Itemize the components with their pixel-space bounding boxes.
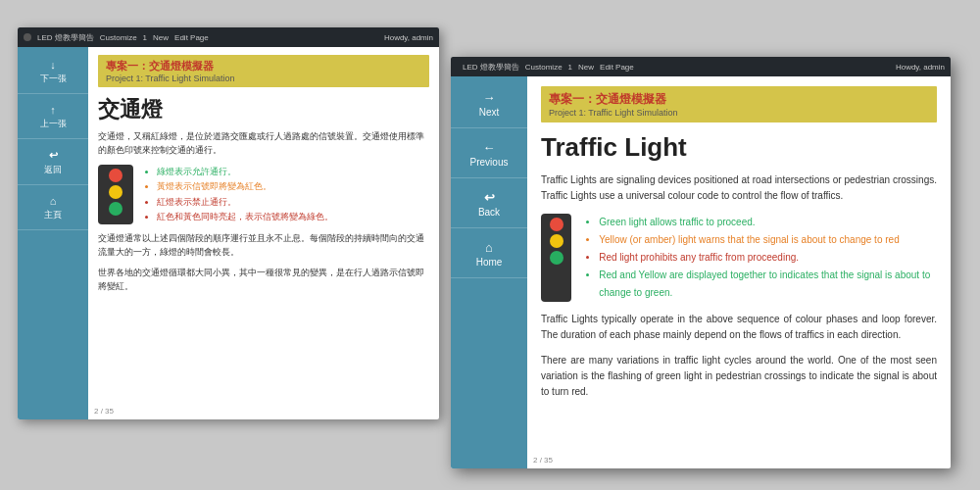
traffic-light-area-1: 綠燈表示允許通行。 黃燈表示信號即將變為紅色。 紅燈表示禁止通行。 紅色和黃色同… — [98, 165, 429, 224]
home-button-1[interactable]: ⌂ 主頁 — [18, 187, 88, 230]
traffic-light-1 — [98, 165, 133, 224]
wp-bar-admin-2: Howdy, admin — [896, 63, 945, 72]
green-light-2 — [550, 251, 564, 265]
bullet-redyellow-1: 紅色和黃色同時亮起，表示信號將變為綠色。 — [157, 210, 333, 224]
traffic-light-area-2: Green light allows traffic to proceed. Y… — [541, 214, 937, 302]
slide2-content: → Next ← Previous ↩ Back ⌂ Home 專案一：交通燈模… — [451, 76, 951, 468]
page-title-en: Traffic Light — [541, 132, 937, 163]
nav-sidebar-2: → Next ← Previous ↩ Back ⌂ Home — [451, 76, 527, 468]
page-title-zh: 交通燈 — [98, 95, 429, 124]
body-text-1c: 世界各地的交通燈循環都大同小異，其中一種很常見的變異，是在行人過路示信號即將變紅… — [98, 267, 429, 293]
wp-logo-1 — [24, 33, 31, 41]
wp-bar-customize-1: Customize — [100, 33, 137, 42]
project-title-zh: 專案一：交通燈模擬器 — [106, 59, 421, 74]
project-title-en: 專案一：交通燈模擬器 — [549, 91, 929, 108]
bullet-green-2: Green light allows traffic to proceed. — [599, 214, 937, 231]
next-label-1: 下一張 — [40, 73, 67, 85]
bullet-red-1: 紅燈表示禁止通行。 — [157, 195, 333, 210]
slide1-main: 專案一：交通燈模擬器 Project 1: Traffic Light Simu… — [88, 47, 439, 419]
bullet-list-2: Green light allows traffic to proceed. Y… — [583, 214, 937, 302]
project-subtitle-1: Project 1: Traffic Light Simulation — [106, 74, 421, 83]
slide2-main: 專案一：交通燈模擬器 Project 1: Traffic Light Simu… — [527, 76, 951, 468]
home-label-2: Home — [476, 257, 503, 268]
next-label-2: Next — [479, 107, 500, 118]
back-button-2[interactable]: ↩ Back — [451, 180, 527, 228]
home-button-2[interactable]: ⌂ Home — [451, 230, 527, 278]
prev-arrow-1: ↑ — [50, 104, 56, 116]
wp-bar-label-1: LED 燈教學簡告 — [37, 32, 94, 43]
home-arrow-1: ⌂ — [50, 195, 57, 207]
body-text-2b: Traffic Lights typically operate in the … — [541, 312, 937, 343]
wp-bar-count-1: 1 — [143, 33, 147, 42]
home-arrow-2: ⌂ — [485, 240, 493, 255]
bullet-yellow-1: 黃燈表示信號即將變為紅色。 — [157, 179, 333, 194]
next-button-1[interactable]: ↓ 下一張 — [18, 51, 88, 94]
wp-bar-edit-1: Edit Page — [174, 33, 209, 42]
wp-bar-edit-2: Edit Page — [600, 63, 634, 72]
back-arrow-1: ↩ — [49, 149, 58, 162]
traffic-light-2 — [541, 214, 571, 302]
project-header-2: 專案一：交通燈模擬器 Project 1: Traffic Light Simu… — [541, 86, 937, 122]
back-arrow-2: ↩ — [484, 190, 495, 205]
prev-label-2: Previous — [470, 157, 509, 168]
slide-english: LED 燈教學簡告 Customize 1 New Edit Page Howd… — [451, 57, 951, 468]
wp-admin-bar-1: LED 燈教學簡告 Customize 1 New Edit Page Howd… — [18, 27, 439, 47]
back-label-1: 返回 — [44, 164, 62, 176]
wp-bar-customize-2: Customize — [525, 63, 563, 72]
slide-chinese: LED 燈教學簡告 Customize 1 New Edit Page Howd… — [18, 27, 439, 419]
wp-bar-new-1: New — [153, 33, 169, 42]
slide1-content: ↓ 下一張 ↑ 上一張 ↩ 返回 ⌂ 主頁 專案一：交通燈模擬器 Project… — [18, 47, 439, 419]
bullet-red-2: Red light prohibits any traffic from pro… — [599, 249, 937, 267]
red-light-1 — [109, 169, 122, 182]
next-arrow-1: ↓ — [50, 59, 56, 71]
back-button-1[interactable]: ↩ 返回 — [18, 141, 88, 185]
wp-bar-label-2: LED 燈教學簡告 — [463, 62, 519, 73]
page-num-1: 2 / 35 — [94, 407, 114, 416]
bullet-green-1: 綠燈表示允許通行。 — [157, 165, 333, 179]
project-header-1: 專案一：交通燈模擬器 Project 1: Traffic Light Simu… — [98, 55, 429, 87]
red-light-2 — [550, 218, 564, 231]
prev-button-2[interactable]: ← Previous — [451, 130, 527, 178]
prev-label-1: 上一張 — [40, 118, 67, 130]
body-text-2a: Traffic Lights are signaling devices pos… — [541, 172, 937, 204]
body-text-1a: 交通燈，又稱紅綠燈，是位於道路交匯處或行人過路處的信號裝置。交通燈使用標準的顏色… — [98, 130, 429, 157]
project-subtitle-2: Project 1: Traffic Light Simulation — [549, 108, 929, 118]
yellow-light-1 — [109, 185, 122, 199]
page-num-2: 2 / 35 — [533, 456, 553, 465]
nav-sidebar-1: ↓ 下一張 ↑ 上一張 ↩ 返回 ⌂ 主頁 — [18, 47, 88, 419]
wp-admin-bar-2: LED 燈教學簡告 Customize 1 New Edit Page Howd… — [451, 57, 951, 76]
green-light-1 — [109, 202, 122, 216]
wp-bar-new-2: New — [578, 63, 594, 72]
home-label-1: 主頁 — [44, 209, 62, 221]
bullet-redyellow-2: Red and Yellow are displayed together to… — [599, 267, 937, 302]
bullet-list-1: 綠燈表示允許通行。 黃燈表示信號即將變為紅色。 紅燈表示禁止通行。 紅色和黃色同… — [143, 165, 333, 224]
next-arrow-2: → — [483, 90, 496, 105]
body-text-1b: 交通燈通常以上述四個階段的順序運行並且永不止息。每個階段的持續時間向的交通流量大… — [98, 232, 429, 259]
prev-button-1[interactable]: ↑ 上一張 — [18, 96, 88, 139]
next-button-2[interactable]: → Next — [451, 80, 527, 128]
back-label-2: Back — [478, 207, 500, 218]
wp-bar-count-2: 1 — [568, 63, 572, 72]
bullet-yellow-2: Yellow (or amber) light warns that the s… — [599, 231, 937, 249]
prev-arrow-2: ← — [483, 140, 496, 155]
body-text-2c: There are many variations in traffic lig… — [541, 353, 937, 400]
wp-bar-admin-1: Howdy, admin — [384, 33, 433, 42]
yellow-light-2 — [550, 234, 564, 248]
